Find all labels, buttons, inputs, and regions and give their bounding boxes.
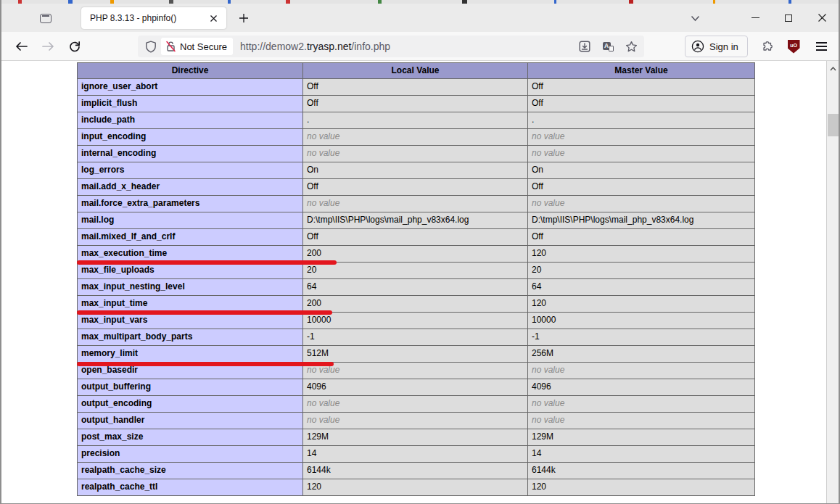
scroll-up-button[interactable] [827,64,839,74]
download-page-button[interactable] [576,38,593,55]
table-row: include_path.. [78,112,755,129]
table-row: log_errorsOnOn [78,162,755,179]
account-icon [691,40,704,53]
local-value-cell: Off [303,229,528,246]
table-row: realpath_cache_ttl120120 [78,479,755,496]
table-row: realpath_cache_size6144k6144k [78,463,755,479]
directive-cell: input_encoding [78,129,303,146]
php-table-body: ignore_user_abortOffOffimplicit_flushOff… [78,79,755,496]
header-master-value: Master Value [528,63,755,79]
vertical-scrollbar[interactable] [826,61,839,503]
master-value-cell: D:\tmp\IIS\PHP\logs\mail_php_v83x64.log [528,212,755,229]
ublock-extension-button[interactable]: uO [785,38,802,54]
scrollbar-thumb[interactable] [828,114,839,136]
tracking-protection-button[interactable] [142,38,160,55]
reload-button[interactable] [64,36,86,57]
local-value-cell: On [303,162,528,179]
local-value-cell: no value [303,396,528,413]
local-value-cell: -1 [303,329,528,346]
tab-bar: PHP 8.3.13 - phpinfo() [1,4,839,32]
phpinfo-table: Directive Local Value Master Value ignor… [77,62,755,496]
table-row: memory_limit512M256M [78,346,755,363]
local-value-cell: no value [303,146,528,162]
local-value-cell: 120 [303,479,528,496]
master-value-cell: Off [528,96,755,112]
master-value-cell: Off [528,229,755,246]
app-menu-button[interactable] [811,38,831,55]
bookmark-star-icon [625,41,638,52]
header-directive: Directive [78,63,303,79]
table-row: ignore_user_abortOffOff [78,79,755,96]
directive-cell: max_execution_time [78,246,303,263]
master-value-cell: 20 [528,263,755,279]
master-value-cell: Off [528,179,755,196]
directive-cell: memory_limit [78,346,303,363]
table-row: output_buffering40964096 [78,379,755,396]
maximize-button[interactable] [772,4,805,32]
master-value-cell: Off [528,79,755,96]
table-row: input_encodingno valueno value [78,129,755,146]
directive-cell: output_handler [78,413,303,429]
directive-cell: output_encoding [78,396,303,413]
minimize-button[interactable] [738,4,772,32]
directive-cell: internal_encoding [78,146,303,162]
table-row: mail.force_extra_parametersno valueno va… [78,196,755,212]
extensions-button[interactable] [759,38,778,55]
ublock-shield-icon: uO [788,40,800,54]
forward-button[interactable] [37,36,59,57]
local-value-cell: Off [303,96,528,112]
security-indicator-chip[interactable]: Not Secure [161,38,233,55]
bookmark-button[interactable] [622,38,640,55]
back-icon [15,41,28,51]
tab-close-button[interactable] [206,11,221,25]
master-value-cell: 256M [528,346,755,363]
directive-cell: mail.force_extra_parameters [78,196,303,212]
url-domain: tryasp.net [307,41,351,52]
signin-button[interactable]: Sign in [685,36,748,57]
back-button[interactable] [10,36,32,57]
table-header-row: Directive Local Value Master Value [78,63,755,79]
navigation-bar: Not Secure http://demow2.tryasp.net/info… [1,32,839,61]
window-close-button[interactable] [805,4,839,32]
directive-cell: post_max_size [78,429,303,446]
table-row: max_input_nesting_level6464 [78,279,755,296]
firefox-view-icon [40,14,52,23]
new-tab-icon [239,13,249,23]
master-value-cell: no value [528,129,755,146]
directive-cell: include_path [78,112,303,129]
translate-icon: A [603,42,614,51]
master-value-cell: no value [528,196,755,212]
tab-title: PHP 8.3.13 - phpinfo() [90,13,206,23]
translate-button[interactable]: A [599,38,617,55]
directive-cell: max_input_time [78,296,303,313]
local-value-cell: 200 [303,296,528,313]
annotation-red-underline [77,260,337,265]
download-page-icon [579,41,590,52]
master-value-cell: no value [528,396,755,413]
scroll-up-icon [830,67,836,71]
directive-cell: max_multipart_body_parts [78,329,303,346]
url-bar[interactable]: Not Secure http://demow2.tryasp.net/info… [138,36,644,57]
master-value-cell: no value [528,363,755,379]
firefox-view-button[interactable] [35,9,57,27]
insecure-lock-icon [165,41,176,52]
signin-label: Sign in [709,41,738,52]
window-close-icon [818,13,827,22]
page-actions: A [576,38,640,55]
local-value-cell: . [303,112,528,129]
table-row: max_execution_time200120 [78,246,755,263]
extensions-puzzle-icon [762,41,775,53]
local-value-cell: Off [303,179,528,196]
tab-active[interactable]: PHP 8.3.13 - phpinfo() [81,7,226,29]
master-value-cell: On [528,162,755,179]
reload-icon [69,41,81,52]
master-value-cell: 6144k [528,463,755,479]
directive-cell: precision [78,446,303,463]
directive-cell: realpath_cache_ttl [78,479,303,496]
list-all-tabs-button[interactable] [686,11,704,25]
local-value-cell: 129M [303,429,528,446]
new-tab-button[interactable] [235,9,252,27]
master-value-cell: -1 [528,329,755,346]
table-row: max_multipart_body_parts-1-1 [78,329,755,346]
local-value-cell: 6144k [303,463,528,479]
